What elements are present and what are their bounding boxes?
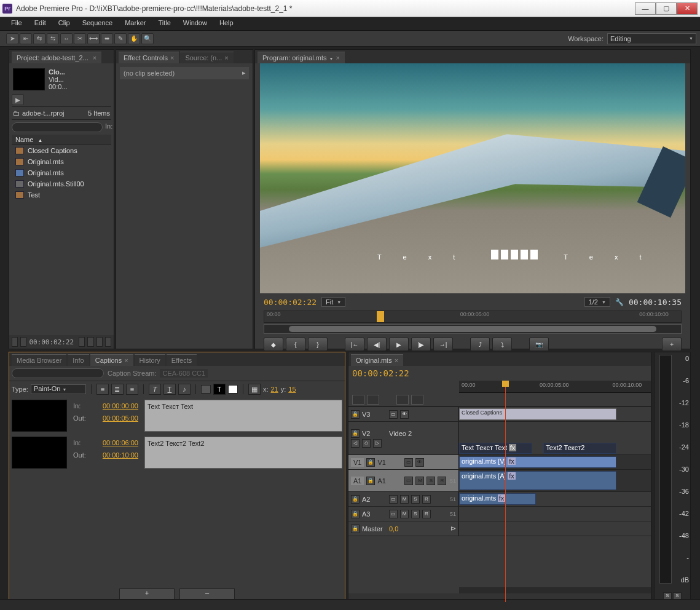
extract-button[interactable]: ⤵ [492, 338, 512, 351]
menu-clip[interactable]: Clip [52, 17, 76, 30]
fg-color-swatch[interactable] [228, 385, 238, 394]
lock-icon[interactable]: 🔒 [351, 525, 360, 533]
sync-lock-icon[interactable]: ▭ [404, 477, 413, 485]
track-lane-v1[interactable]: original.mts [V] fx [459, 455, 651, 469]
menu-sequence[interactable]: Sequence [76, 17, 119, 30]
source-tab[interactable]: Source: (n...× [180, 52, 233, 63]
solo-icon[interactable]: S [411, 495, 420, 504]
align-right-icon[interactable]: ≡ [126, 384, 138, 395]
caption-text-input[interactable]: Text2 Текст2 Text2 [144, 437, 342, 469]
name-column-header[interactable]: Name ▲ [12, 135, 111, 145]
close-icon[interactable]: × [93, 54, 96, 61]
track-lane-v3[interactable]: Closed Captions [459, 407, 651, 421]
clip-caption-text2[interactable]: Text2 Текст2 [543, 443, 616, 454]
lock-icon[interactable]: 🔒 [366, 477, 375, 485]
mute-icon[interactable]: M [400, 495, 409, 504]
clip-closed-captions[interactable]: Closed Captions [459, 408, 616, 420]
step-back-button[interactable]: ◀| [367, 338, 387, 351]
grid-icon[interactable]: ▦ [248, 384, 261, 395]
ripple-tool-icon[interactable]: ⇆ [33, 33, 45, 44]
track-header-a1[interactable]: A1 🔒 A1 ▭ M S R 51 [348, 470, 459, 491]
track-lane-v2[interactable]: Text Текст Text fx Text2 Текст2 [459, 422, 651, 454]
step-forward-button[interactable]: |▶ [411, 338, 431, 351]
out-timecode[interactable]: 00:00:10:00 [103, 451, 138, 459]
track-header-master[interactable]: 🔒 Master 0,0 ⊳ [348, 521, 459, 536]
clip-audio-a2[interactable]: original.mts fx [459, 493, 536, 505]
tab-info[interactable]: Info [68, 354, 88, 366]
in-timecode[interactable]: 00:00:00:00 [103, 402, 138, 410]
window-minimize-button[interactable]: — [635, 2, 656, 15]
expand-icon[interactable]: ▶ [242, 71, 245, 76]
preview-thumbnail[interactable] [13, 68, 45, 90]
project-item[interactable]: Test [12, 189, 111, 200]
go-to-out-button[interactable]: →| [433, 338, 453, 351]
track-lane-a2[interactable]: original.mts fx [459, 492, 651, 506]
clip-video-v1[interactable]: original.mts [V] fx [459, 456, 616, 468]
go-to-in-button[interactable]: |← [345, 338, 364, 351]
menu-window[interactable]: Window [177, 17, 213, 30]
window-close-button[interactable]: ✕ [677, 2, 698, 15]
track-lane-a3[interactable] [459, 507, 651, 521]
sync-lock-icon[interactable]: ▭ [404, 458, 413, 467]
lock-icon[interactable]: 🔒 [351, 510, 360, 518]
lock-icon[interactable]: 🔒 [351, 429, 360, 438]
effect-controls-tab[interactable]: Effect Controls× [119, 52, 179, 63]
sync-lock-icon[interactable]: ▭ [389, 510, 398, 518]
lift-button[interactable]: ⤴ [470, 338, 490, 351]
mark-out-button[interactable]: } [308, 338, 328, 351]
eye-icon[interactable]: 👁 [400, 410, 409, 419]
playhead-icon[interactable] [377, 311, 384, 322]
remove-caption-button[interactable]: – [179, 588, 235, 600]
solo-icon[interactable]: S [411, 510, 420, 518]
eye-icon[interactable]: 👁 [415, 458, 424, 467]
source-patch-a1[interactable]: A1 [351, 477, 364, 485]
track-header-a2[interactable]: 🔒 A2 ▭ M S R 51 [348, 492, 459, 506]
timeline-tab[interactable]: Original.mts× [351, 354, 403, 366]
sync-lock-icon[interactable]: ▭ [389, 410, 398, 419]
track-lane-master[interactable] [459, 521, 651, 536]
menu-marker[interactable]: Marker [119, 17, 152, 30]
find-icon[interactable] [79, 337, 85, 347]
menu-help[interactable]: Help [213, 17, 240, 30]
project-tab[interactable]: Project: adobe-testt_2... × [12, 52, 101, 63]
track-header-v3[interactable]: 🔒 V3 ▭ 👁 [348, 407, 459, 421]
workspace-dropdown[interactable]: Editing ▼ [607, 33, 696, 44]
mute-icon[interactable]: M [400, 510, 409, 518]
tab-history[interactable]: History [135, 354, 165, 366]
timeline-ruler[interactable]: 00:00 00:00:05:00 00:00:10:00 [459, 381, 651, 393]
settings-icon[interactable] [411, 395, 423, 405]
project-item[interactable]: Original.mts [12, 167, 111, 178]
x-value[interactable]: 21 [270, 386, 278, 393]
prev-keyframe-icon[interactable]: ◁ [351, 439, 360, 448]
wrench-icon[interactable]: 🔧 [615, 298, 624, 306]
track-select-tool-icon[interactable]: ⇤ [20, 33, 32, 44]
music-note-icon[interactable]: ♪ [178, 384, 191, 395]
caption-text-input[interactable]: Text Текст Text [144, 400, 342, 432]
record-icon[interactable]: R [422, 495, 431, 504]
zoom-tool-icon[interactable]: 🔍 [141, 33, 154, 44]
program-time-ruler[interactable]: 00:00 00:00:05:00 00:00:10:00 [264, 311, 682, 323]
new-item-icon[interactable] [96, 337, 103, 347]
new-bin-icon[interactable] [87, 337, 93, 347]
solo-icon[interactable]: S [427, 477, 435, 485]
chevron-down-icon[interactable]: ▼ [329, 57, 334, 61]
mute-icon[interactable]: M [415, 477, 424, 485]
selection-tool-icon[interactable]: ➤ [6, 33, 18, 44]
rolling-tool-icon[interactable]: ⇋ [47, 33, 59, 44]
program-tab[interactable]: Program: original.mts▼× [258, 52, 345, 63]
project-item[interactable]: Original.mts [12, 156, 111, 167]
project-item[interactable]: Closed Captions [12, 145, 111, 156]
caption-item[interactable]: In:00:00:06:00 Out:00:00:10:00 Text2 Тек… [12, 437, 342, 469]
button-editor-button[interactable]: ＋ [662, 338, 682, 351]
close-icon[interactable]: × [124, 357, 128, 364]
track-header-v2[interactable]: 🔒 V2 Video 2 ◁ ◇ ▷ [348, 422, 459, 454]
tab-captions[interactable]: Captions× [90, 354, 133, 366]
out-timecode[interactable]: 00:00:05:00 [103, 414, 138, 422]
italic-icon[interactable]: T [149, 384, 161, 395]
menu-edit[interactable]: Edit [28, 17, 52, 30]
add-keyframe-icon[interactable]: ◇ [362, 439, 371, 448]
expand-icon[interactable]: ⊳ [450, 525, 456, 533]
close-icon[interactable]: × [336, 54, 339, 61]
y-value[interactable]: 15 [288, 386, 296, 393]
timeline-playhead[interactable] [505, 381, 506, 602]
